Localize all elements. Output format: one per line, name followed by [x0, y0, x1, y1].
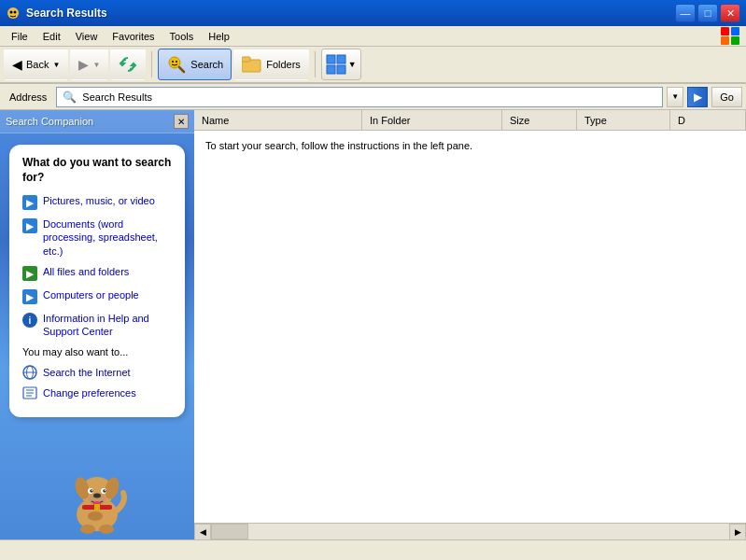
refresh-button[interactable] — [110, 49, 146, 80]
svg-point-35 — [105, 490, 106, 491]
back-dropdown-icon: ▼ — [52, 61, 60, 69]
results-panel: Name In Folder Size Type D To start your… — [194, 110, 746, 539]
svg-point-29 — [93, 494, 101, 498]
search-computers-item[interactable]: ▶ Computers or people — [22, 288, 172, 304]
back-label: Back — [26, 59, 49, 70]
change-preferences-item[interactable]: Change preferences — [22, 385, 172, 400]
col-header-size[interactable]: Size — [502, 110, 577, 130]
address-label: Address — [4, 91, 52, 103]
files-label: All files and folders — [43, 265, 129, 278]
back-button[interactable]: ◀ Back ▼ — [4, 49, 68, 80]
pictures-label: Pictures, music, or video — [43, 194, 155, 207]
search-companion-header: Search Companion ✕ — [0, 110, 194, 133]
col-header-type[interactable]: Type — [577, 110, 670, 130]
svg-point-2 — [14, 11, 17, 14]
search-files-item[interactable]: ▶ All files and folders — [22, 265, 172, 281]
go-arrow-icon: ▶ — [694, 91, 702, 104]
col-header-folder[interactable]: In Folder — [362, 110, 502, 130]
search-button[interactable]: Search — [158, 49, 232, 80]
scroll-track[interactable] — [211, 524, 729, 539]
scroll-right-button[interactable]: ▶ — [729, 524, 746, 540]
search-icon — [166, 54, 187, 75]
address-dropdown[interactable]: ▼ — [667, 87, 683, 107]
view-dropdown-icon: ▼ — [348, 60, 357, 69]
search-companion-body: What do you want to search for? ▶ Pictur… — [0, 133, 194, 438]
address-go-arrow[interactable]: ▶ — [687, 87, 708, 107]
col-header-date[interactable]: D — [670, 110, 746, 130]
search-internet-item[interactable]: Search the Internet — [22, 365, 172, 380]
svg-point-32 — [90, 489, 93, 493]
window-title: Search Results — [26, 7, 675, 20]
svg-rect-15 — [327, 65, 335, 74]
xp-logo — [720, 26, 740, 47]
computers-arrow-icon: ▶ — [22, 289, 37, 304]
go-label: Go — [720, 91, 734, 103]
menubar: File Edit View Favorites Tools Help — [0, 26, 746, 47]
menu-tools[interactable]: Tools — [162, 29, 202, 44]
folders-icon — [242, 56, 262, 73]
help-label: Information in Help and Support Center — [43, 312, 172, 339]
dog-mascot-area — [0, 446, 194, 539]
column-headers: Name In Folder Size Type D — [194, 110, 746, 131]
menu-help[interactable]: Help — [201, 29, 237, 44]
go-button[interactable]: Go — [711, 87, 742, 107]
menu-favorites[interactable]: Favorites — [105, 29, 162, 44]
menu-edit[interactable]: Edit — [35, 29, 68, 44]
forward-dropdown-icon: ▼ — [92, 61, 100, 69]
preferences-label: Change preferences — [43, 387, 136, 399]
col-header-name[interactable]: Name — [194, 110, 362, 130]
menu-view[interactable]: View — [68, 29, 106, 44]
documents-label: Documents (word processing, spreadsheet,… — [43, 217, 172, 258]
computers-label: Computers or people — [43, 288, 139, 301]
search-companion-close[interactable]: ✕ — [174, 114, 189, 129]
close-button[interactable]: ✕ — [720, 4, 740, 22]
back-arrow-icon: ◀ — [12, 57, 22, 72]
search-instruction: To start your search, follow the instruc… — [205, 140, 472, 151]
svg-rect-3 — [721, 36, 729, 45]
menu-file[interactable]: File — [4, 29, 35, 44]
preferences-icon — [22, 385, 37, 400]
address-value: Search Results — [82, 91, 152, 103]
titlebar: Search Results — □ ✕ — [0, 0, 746, 26]
svg-point-33 — [103, 489, 106, 493]
minimize-button[interactable]: — — [675, 4, 696, 22]
horizontal-scrollbar[interactable]: ◀ ▶ — [194, 523, 746, 539]
files-arrow-icon: ▶ — [22, 266, 37, 281]
pictures-arrow-icon: ▶ — [22, 195, 37, 210]
svg-point-39 — [80, 525, 95, 534]
results-area: To start your search, follow the instruc… — [194, 131, 746, 523]
view-button[interactable]: ▼ — [321, 49, 361, 80]
separator-2 — [315, 51, 316, 77]
forward-button[interactable]: ▶ ▼ — [70, 49, 108, 80]
svg-rect-12 — [242, 57, 250, 62]
toolbar: ◀ Back ▼ ▶ ▼ Search Folders — [0, 47, 746, 84]
svg-point-9 — [176, 61, 177, 63]
help-info-icon: i — [22, 313, 37, 328]
svg-point-34 — [91, 490, 92, 491]
scroll-thumb[interactable] — [211, 524, 248, 539]
maximize-button[interactable]: □ — [697, 4, 718, 22]
search-help-item[interactable]: i Information in Help and Support Center — [22, 312, 172, 339]
svg-rect-5 — [721, 27, 729, 35]
svg-rect-38 — [94, 504, 100, 511]
main-content: Search Companion ✕ What do you want to s… — [0, 110, 746, 539]
folders-label: Folders — [266, 59, 301, 70]
search-pictures-item[interactable]: ▶ Pictures, music, or video — [22, 194, 172, 210]
forward-icon: ▶ — [78, 57, 89, 72]
svg-point-40 — [99, 525, 114, 534]
search-companion-title: Search Companion — [6, 116, 93, 127]
view-icon — [326, 54, 346, 75]
svg-line-10 — [179, 67, 184, 72]
folders-button[interactable]: Folders — [233, 49, 309, 80]
window-icon — [6, 6, 21, 21]
address-box: 🔍 Search Results — [56, 87, 663, 107]
search-documents-item[interactable]: ▶ Documents (word processing, spreadshee… — [22, 217, 172, 258]
svg-point-1 — [10, 11, 13, 14]
separator-1 — [151, 51, 152, 77]
refresh-icon — [119, 55, 137, 74]
scroll-left-button[interactable]: ◀ — [194, 524, 211, 540]
internet-label: Search the Internet — [43, 367, 131, 378]
svg-rect-16 — [337, 65, 345, 74]
internet-icon — [22, 365, 37, 380]
search-options-bubble: What do you want to search for? ▶ Pictur… — [9, 145, 185, 417]
